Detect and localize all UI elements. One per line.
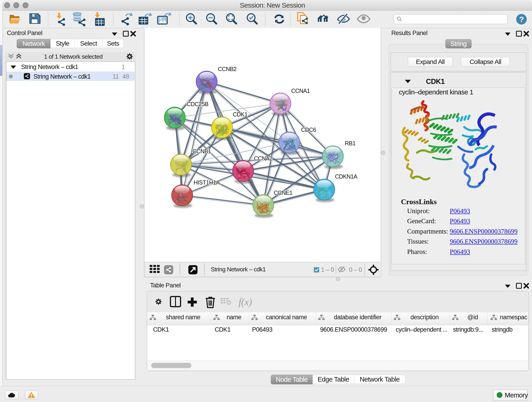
svg-text:CCNA1: CCNA1: [291, 88, 310, 94]
svg-text:0 – 0: 0 – 0: [349, 266, 362, 273]
svg-text:CCNA2: CCNA2: [254, 155, 272, 162]
svg-text:String Network – cdk1: String Network – cdk1: [211, 266, 266, 273]
svg-text:CCNB2: CCNB2: [218, 66, 236, 72]
svg-text:CDKN1A: CDKN1A: [335, 173, 357, 180]
svg-text:CCNB1: CCNB1: [192, 148, 211, 154]
svg-text:f(x): f(x): [239, 296, 252, 307]
svg-text:CDC25B: CDC25B: [187, 101, 208, 107]
svg-text:1 – 0: 1 – 0: [321, 266, 334, 273]
svg-text:CCNE1: CCNE1: [274, 190, 292, 196]
svg-text:CDC6: CDC6: [301, 127, 316, 133]
svg-text:CDK1: CDK1: [233, 111, 247, 118]
svg-text:?: ?: [519, 15, 524, 24]
svg-text:RB1: RB1: [345, 140, 355, 147]
svg-text:HIST1H1A: HIST1H1A: [194, 179, 220, 186]
